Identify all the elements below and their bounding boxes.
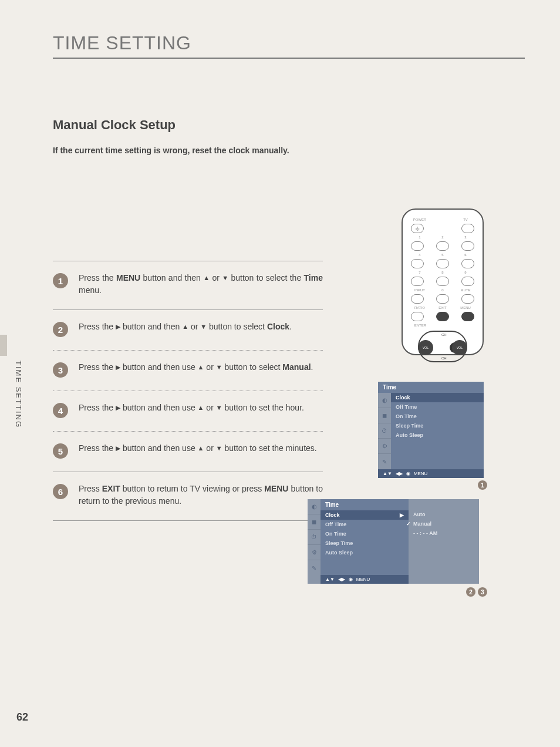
step-badge: 1 bbox=[53, 273, 68, 288]
steps-list: 1 Press the MENU button and then ▲ or ▼ … bbox=[53, 261, 323, 521]
step-2: 2 Press the ▶ button and then ▲ or ▼ but… bbox=[53, 309, 323, 350]
osd1-badge: 1 bbox=[478, 480, 487, 490]
remote-illustration: POWER TV ⏻ 123 456 789 INPUT0MUTE RATIOE… bbox=[402, 208, 484, 355]
tv-button bbox=[461, 224, 474, 233]
step-text: Press the MENU button and then ▲ or ▼ bu… bbox=[79, 272, 323, 297]
power-button: ⏻ bbox=[411, 224, 424, 233]
side-tab: TIME SETTING bbox=[0, 335, 16, 511]
step-6: 6 Press EXIT button to return to TV view… bbox=[53, 472, 323, 521]
osd2-badge-a: 2 bbox=[466, 587, 475, 597]
step-4: 4 Press the ▶ button and then use ▲ or ▼… bbox=[53, 391, 323, 431]
step-1: 1 Press the MENU button and then ▲ or ▼ … bbox=[53, 261, 323, 309]
dpad: CH CH VOL VOL bbox=[418, 331, 467, 362]
step-5: 5 Press the ▶ button and then use ▲ or ▼… bbox=[53, 431, 323, 472]
page-number: 62 bbox=[16, 711, 28, 724]
step-3: 3 Press the ▶ button and then use ▲ or ▼… bbox=[53, 350, 323, 391]
menu-button bbox=[461, 312, 474, 321]
osd2-badge-b: 3 bbox=[478, 587, 487, 597]
exit-button bbox=[436, 312, 449, 321]
intro-text: If the current time setting is wrong, re… bbox=[53, 146, 525, 155]
osd-screenshot-1: Time ◐◼⏱⚙✎ Clock Off Time On Time Sleep … bbox=[378, 382, 484, 478]
page-title: TIME SETTING bbox=[53, 32, 525, 59]
section-title: Manual Clock Setup bbox=[53, 117, 525, 133]
osd-screenshot-2: ◐◼⏱⚙✎ Time Clock▶ Off Time On Time Sleep… bbox=[308, 499, 484, 584]
